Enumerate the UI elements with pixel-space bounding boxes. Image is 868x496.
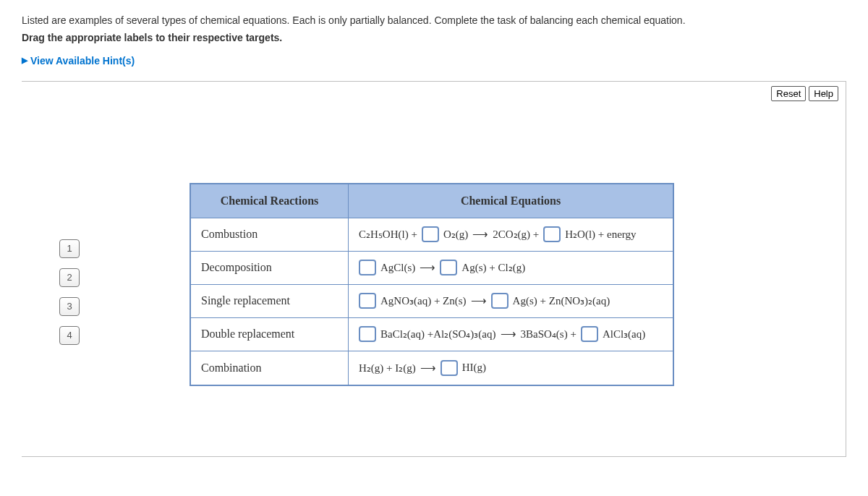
equations-table: Chemical Reactions Chemical Equations Co… [190,183,674,386]
arrow-icon: ⟶ [420,261,435,274]
view-hints-label: View Available Hint(s) [30,55,135,67]
table-row: Double replacement BaCl₂(aq) +Al₂(SO₄)₃(… [191,318,673,351]
drop-target[interactable] [441,360,458,376]
eq-text: 3BaSO₄(s) + [521,328,576,341]
table-row: Combination H₂(g) + I₂(g) ⟶ HI(g) [191,351,673,385]
table-row: Single replacement AgNO₃(aq) + Zn(s) ⟶ A… [191,285,673,318]
drag-label-1[interactable]: 1 [59,239,80,258]
eq-text: Ag(s) + Zn(NO₃)₂(aq) [513,294,610,307]
arrow-icon: ⟶ [472,228,488,241]
reaction-name: Combination [191,351,349,385]
eq-text: AgNO₃(aq) + Zn(s) [380,294,467,307]
eq-text: AlCl₃(aq) [603,328,645,341]
arrow-icon: ⟶ [471,294,487,307]
drag-label-stack: 1 2 3 4 [59,239,80,345]
equation-cell: AgCl(s) ⟶ Ag(s) + Cl₂(g) [349,252,673,285]
eq-text: Ag(s) + Cl₂(g) [461,261,525,274]
eq-text: AgCl(s) [380,262,415,274]
drop-target[interactable] [359,326,376,342]
triangle-right-icon: ▶ [22,56,27,65]
eq-text: BaCl₂(aq) +Al₂(SO₄)₃(aq) [380,328,496,341]
help-button[interactable]: Help [809,86,838,101]
drop-target[interactable] [440,260,457,275]
reaction-name: Double replacement [191,318,349,351]
header-reactions: Chemical Reactions [191,184,349,218]
button-bar: Reset Help [771,86,838,101]
reset-button[interactable]: Reset [771,86,806,101]
intro-text-2: Drag the appropriate labels to their res… [22,32,846,43]
view-hints-toggle[interactable]: ▶ View Available Hint(s) [22,55,135,67]
header-equations: Chemical Equations [349,184,673,218]
drag-label-3[interactable]: 3 [59,297,80,316]
reaction-name: Single replacement [191,285,349,318]
eq-text: O₂(g) [443,228,468,241]
equation-cell: H₂(g) + I₂(g) ⟶ HI(g) [349,351,673,385]
equation-cell: AgNO₃(aq) + Zn(s) ⟶ Ag(s) + Zn(NO₃)₂(aq) [349,285,673,318]
equation-cell: BaCl₂(aq) +Al₂(SO₄)₃(aq) ⟶ 3BaSO₄(s) + A… [349,318,673,351]
table-row: Combustion C₂H₅OH(l) + O₂(g) ⟶ 2CO₂(g) +… [191,218,673,252]
eq-text: H₂O(l) + energy [565,228,636,241]
work-area: Reset Help 1 2 3 4 Chemical Reactions Ch… [22,81,846,457]
drop-target[interactable] [359,260,376,275]
table-row: Decomposition AgCl(s) ⟶ Ag(s) + Cl₂(g) [191,252,673,285]
eq-text: H₂(g) + I₂(g) [359,362,416,375]
drop-target[interactable] [359,293,376,309]
drop-target[interactable] [491,293,509,309]
eq-text: C₂H₅OH(l) + [359,228,417,241]
arrow-icon: ⟶ [420,362,436,375]
drag-label-2[interactable]: 2 [59,268,80,287]
drop-target[interactable] [581,326,598,342]
reaction-name: Combustion [191,218,349,252]
drop-target[interactable] [422,226,439,242]
table-header-row: Chemical Reactions Chemical Equations [191,184,673,218]
reaction-name: Decomposition [191,252,349,285]
equation-cell: C₂H₅OH(l) + O₂(g) ⟶ 2CO₂(g) + H₂O(l) + e… [349,218,673,252]
eq-text: HI(g) [462,362,486,374]
drop-target[interactable] [543,226,561,242]
arrow-icon: ⟶ [501,328,516,341]
intro-text-1: Listed are examples of several types of … [22,14,846,26]
eq-text: 2CO₂(g) + [493,228,539,241]
drag-label-4[interactable]: 4 [59,326,80,345]
